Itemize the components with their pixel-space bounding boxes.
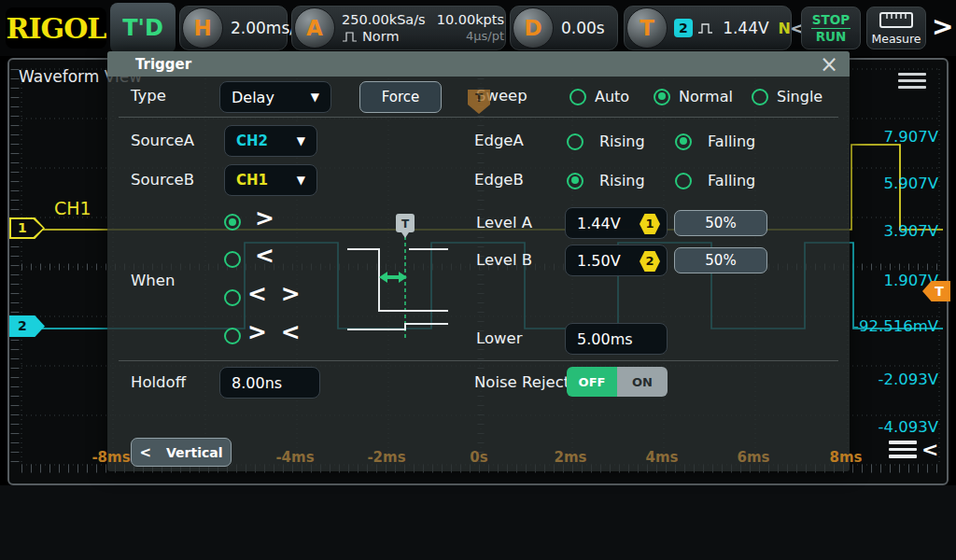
radio-icon <box>567 133 583 150</box>
horizontal-settings-group[interactable]: H 2.00ms/ <box>179 6 288 50</box>
measure-button[interactable]: Measure <box>866 7 926 49</box>
delay-value: 0.00s <box>561 19 605 37</box>
when-outside-symbol: > < <box>247 318 303 345</box>
sample-rate: 250.00kSa/s <box>342 11 426 28</box>
ruler-icon <box>879 11 913 30</box>
when-less-radio[interactable] <box>224 251 241 268</box>
dialog-title: Trigger <box>135 56 191 73</box>
time-label: 2ms <box>548 449 593 466</box>
stop-run-button[interactable]: STOP RUN <box>801 7 861 49</box>
level-b-label: Level B <box>476 251 532 269</box>
level-b-value: 1.50V <box>577 252 621 270</box>
dialog-divider <box>119 117 838 118</box>
close-icon[interactable]: × <box>820 54 838 75</box>
trigger-level-value: 1.44V <box>723 19 768 37</box>
voltage-label: 1.907V <box>850 272 938 289</box>
ch1-position-marker[interactable]: 1 <box>9 217 45 239</box>
toolbar-next-chevron-icon[interactable]: > <box>932 11 953 42</box>
sweep-auto-radio[interactable]: Auto <box>569 88 629 105</box>
delay-settings-group[interactable]: D 0.00s <box>510 6 618 50</box>
pulse-icon <box>342 31 358 43</box>
memory-depth: 10.00kpts <box>437 11 504 28</box>
radio-label: Normal <box>679 88 733 105</box>
voltage-label: 7.907V <box>850 128 938 146</box>
edge-b-falling-radio[interactable]: Falling <box>675 172 755 189</box>
type-label: Type <box>131 87 166 105</box>
edge-b-rising-radio[interactable]: Rising <box>567 172 645 189</box>
sweep-normal-radio[interactable]: Normal <box>654 88 733 105</box>
knob-2-badge: 2 <box>640 251 660 272</box>
noise-reject-off[interactable]: OFF <box>567 367 617 397</box>
when-greater-radio[interactable] <box>224 214 241 231</box>
edge-a-rising-radio[interactable]: Rising <box>567 133 645 150</box>
horizontal-scale: 2.00ms/ <box>231 19 295 37</box>
force-button[interactable]: Force <box>359 81 442 113</box>
holdoff-field[interactable]: 8.00ns <box>219 367 320 399</box>
voltage-label: 3.907V <box>850 222 938 240</box>
trigger-dialog-titlebar[interactable]: Trigger × <box>107 51 850 77</box>
source-b-dropdown[interactable]: CH1 ▼ <box>224 164 317 196</box>
trigger-source-badge: 2 <box>674 19 693 37</box>
acquire-key[interactable]: A <box>294 7 335 49</box>
source-a-value: CH2 <box>236 133 268 149</box>
time-label: -8ms <box>89 449 134 466</box>
lower-limit-field[interactable]: 5.00ms <box>565 323 668 355</box>
horizontal-key[interactable]: H <box>182 7 223 49</box>
level-a-field[interactable]: 1.44V 1 <box>565 207 668 239</box>
acquire-settings-group[interactable]: A 250.00kSa/s Norm 10.00kpts 4µs/pt <box>291 6 506 50</box>
radio-icon <box>224 214 241 231</box>
radio-label: Rising <box>599 133 645 150</box>
radio-icon <box>752 89 768 105</box>
chevron-down-icon: ▼ <box>297 174 305 187</box>
delay-key[interactable]: D <box>513 7 554 49</box>
sweep-single-radio[interactable]: Single <box>752 88 822 105</box>
level-b-field[interactable]: 1.50V 2 <box>565 245 668 276</box>
collapse-chevron-icon: < <box>921 438 938 461</box>
edge-a-label: EdgeA <box>474 132 524 149</box>
trigger-settings-group[interactable]: T 2 1.44V N <box>624 6 792 50</box>
source-a-dropdown[interactable]: CH2 ▼ <box>224 125 317 157</box>
when-between-radio[interactable] <box>224 289 241 306</box>
diagram-flag-label: T <box>401 217 410 231</box>
radio-label: Auto <box>595 88 629 105</box>
collapse-menu-icon[interactable]: < <box>889 437 938 462</box>
noise-reject-toggle[interactable]: OFF ON <box>567 367 668 397</box>
level-b-50-button[interactable]: 50% <box>674 247 767 273</box>
voltage-label: 5.907V <box>850 175 938 192</box>
waveform-menu-icon[interactable] <box>898 69 926 92</box>
radio-icon <box>567 173 583 189</box>
rigol-logo: RIGOL <box>6 7 106 49</box>
edge-a-falling-radio[interactable]: Falling <box>675 133 755 150</box>
radio-icon <box>224 289 241 306</box>
level-a-50-button[interactable]: 50% <box>674 210 767 236</box>
delay-diagram: T <box>336 210 457 350</box>
source-b-value: CH1 <box>236 172 268 189</box>
ch1-trace-label: CH1 <box>54 198 91 218</box>
source-b-label: SourceB <box>131 171 194 189</box>
lower-value: 5.00ms <box>577 330 633 348</box>
dialog-divider <box>119 360 838 361</box>
level-a-value: 1.44V <box>577 215 621 232</box>
when-greater-symbol: > <box>255 204 277 231</box>
time-label: 4ms <box>640 449 684 466</box>
stop-label: STOP <box>812 13 850 27</box>
ch2-position-marker[interactable]: 2 <box>9 315 45 337</box>
holdoff-value: 8.00ns <box>232 374 282 392</box>
when-outside-radio[interactable] <box>224 328 241 344</box>
back-to-vertical-button[interactable]: < Vertical <box>131 438 232 467</box>
time-label: 6ms <box>731 449 776 466</box>
trigger-dialog: Trigger × Type Delay ▼ Force Sweep Auto … <box>107 51 850 471</box>
trigger-key[interactable]: T <box>626 7 668 49</box>
time-label: 8ms <box>823 449 868 466</box>
trigger-type-dropdown[interactable]: Delay ▼ <box>219 81 331 113</box>
radio-icon <box>675 133 692 150</box>
trigger-mode-flag: N <box>779 20 791 37</box>
radio-label: Single <box>777 88 822 105</box>
voltage-label: -4.093V <box>850 418 938 436</box>
noise-reject-on[interactable]: ON <box>617 367 668 397</box>
voltage-label: -2.093V <box>850 371 938 388</box>
trigger-status-indicator: T'D <box>110 3 176 53</box>
radio-icon <box>224 251 241 268</box>
vertical-button-label: Vertical <box>166 445 223 460</box>
chevron-down-icon: ▼ <box>311 91 319 104</box>
